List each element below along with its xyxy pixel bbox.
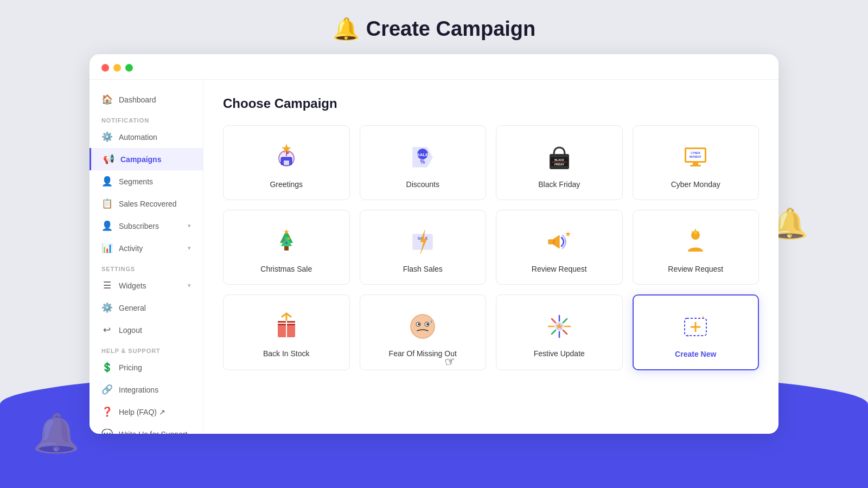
sidebar: 🏠 Dashboard NOTIFICATION ⚙️ Automation 📢… (90, 80, 203, 434)
campaigns-icon: 📢 (103, 153, 114, 165)
campaign-card-flash-sales[interactable]: SALE Flash Sales (360, 210, 487, 285)
dot-red[interactable] (101, 64, 109, 72)
svg-text:SALE: SALE (417, 152, 429, 157)
page-title: Create Campaign (366, 17, 536, 41)
sidebar-item-pricing[interactable]: 💲 Pricing (90, 356, 203, 378)
sidebar-item-dashboard[interactable]: 🏠 Dashboard (90, 88, 203, 111)
sidebar-item-widgets[interactable]: ☰ Widgets ▾ (90, 274, 203, 297)
fear-missing-out-label: Fear Of Missing Out (389, 349, 457, 358)
pricing-icon: 💲 (101, 362, 112, 373)
campaign-card-christmas-sale[interactable]: Christmas Sale (223, 210, 350, 285)
svg-point-42 (418, 323, 420, 325)
section-notification: NOTIFICATION (90, 111, 203, 126)
sidebar-label-activity: Activity (119, 244, 181, 253)
sidebar-label-widgets: Widgets (119, 281, 181, 290)
titlebar (90, 54, 778, 80)
sales-recovered-icon: 📋 (101, 198, 112, 209)
bg-bell-left-icon: 🔔 (33, 411, 80, 455)
svg-text:BLACK: BLACK (554, 158, 564, 162)
campaign-card-product-promotions[interactable]: Review Request (496, 210, 623, 285)
svg-rect-3 (284, 160, 289, 165)
christmas-sale-label: Christmas Sale (260, 265, 312, 273)
main-content: Choose Campaign (203, 80, 778, 434)
svg-rect-19 (690, 165, 701, 166)
sidebar-item-integrations[interactable]: 🔗 Integrations (90, 378, 203, 401)
campaign-card-discounts[interactable]: SALE % Discounts (360, 125, 487, 200)
sidebar-item-logout[interactable]: ↩ Logout (90, 319, 203, 341)
discounts-label: Discounts (406, 180, 439, 189)
svg-point-39 (411, 314, 435, 338)
chevron-down-icon: ▾ (188, 222, 191, 229)
dot-green[interactable] (125, 64, 133, 72)
svg-point-26 (285, 242, 288, 244)
svg-line-51 (563, 319, 567, 323)
sidebar-item-write-support[interactable]: 💬 Write Us for Support (90, 423, 203, 434)
campaign-card-review-request[interactable]: Review Request (633, 210, 760, 285)
fear-missing-out-icon (406, 310, 439, 343)
campaign-card-festive-update[interactable]: Festive Update (496, 294, 623, 370)
svg-line-52 (552, 330, 556, 334)
sidebar-label-campaigns: Campaigns (120, 155, 191, 164)
flash-sales-label: Flash Sales (403, 265, 443, 273)
integrations-icon: 🔗 (101, 384, 112, 395)
sidebar-label-dashboard: Dashboard (119, 95, 191, 104)
campaign-card-back-in-stock[interactable]: Back In Stock (223, 294, 350, 370)
sidebar-label-subscribers: Subscribers (119, 222, 181, 230)
svg-text:CYBER: CYBER (691, 151, 700, 155)
campaign-card-create-new[interactable]: Create New (633, 294, 760, 370)
create-new-label: Create New (675, 350, 716, 358)
header-bell-icon: 🔔 (333, 16, 360, 42)
back-in-stock-label: Back In Stock (263, 349, 310, 358)
svg-point-43 (426, 323, 429, 325)
campaign-card-fear-missing-out[interactable]: Fear Of Missing Out (360, 294, 487, 370)
sidebar-item-automation[interactable]: ⚙️ Automation (90, 126, 203, 148)
back-in-stock-icon (270, 310, 303, 343)
sidebar-label-logout: Logout (119, 326, 191, 335)
product-promotions-icon (543, 226, 576, 258)
sidebar-item-segments[interactable]: 👤 Segments (90, 170, 203, 192)
chevron-down-icon-widgets: ▾ (188, 282, 191, 289)
widgets-icon: ☰ (101, 280, 112, 291)
automation-icon: ⚙️ (101, 131, 112, 143)
page-header: 🔔 Create Campaign (0, 16, 868, 42)
svg-marker-31 (565, 231, 571, 236)
svg-point-57 (687, 335, 689, 337)
campaign-grid: Greetings SALE % Dis (223, 125, 759, 370)
section-settings: SETTINGS (90, 259, 203, 274)
svg-rect-18 (693, 163, 698, 165)
choose-campaign-title: Choose Campaign (223, 96, 759, 111)
festive-update-icon (543, 310, 576, 343)
dot-yellow[interactable] (113, 64, 121, 72)
campaign-card-greetings[interactable]: Greetings (223, 125, 350, 200)
sidebar-label-sales-recovered: Sales Recovered (119, 200, 191, 208)
sidebar-item-general[interactable]: ⚙️ General (90, 297, 203, 319)
sidebar-item-sales-recovered[interactable]: 📋 Sales Recovered (90, 192, 203, 215)
window-body: 🏠 Dashboard NOTIFICATION ⚙️ Automation 📢… (90, 80, 778, 434)
sidebar-item-campaigns[interactable]: 📢 Campaigns (90, 148, 203, 170)
sidebar-label-segments: Segments (119, 177, 191, 186)
sidebar-label-write-support: Write Us for Support (119, 430, 191, 434)
svg-line-49 (552, 319, 556, 323)
sidebar-item-activity[interactable]: 📊 Activity ▾ (90, 237, 203, 259)
greetings-label: Greetings (270, 180, 303, 189)
black-friday-label: Black Friday (538, 180, 580, 189)
campaign-card-cyber-monday[interactable]: CYBER MONDAY Cyber Monday (633, 125, 760, 200)
svg-point-24 (283, 239, 285, 241)
campaign-card-black-friday[interactable]: BLACK FRIDAY Black Friday (496, 125, 623, 200)
chevron-down-icon-activity: ▾ (188, 245, 191, 252)
support-icon: 💬 (101, 428, 112, 434)
sidebar-label-general: General (119, 304, 191, 312)
sidebar-label-help: Help (FAQ) ↗ (119, 408, 191, 416)
create-new-icon (679, 311, 712, 343)
main-window: 🏠 Dashboard NOTIFICATION ⚙️ Automation 📢… (90, 54, 778, 434)
sidebar-item-subscribers[interactable]: 👤 Subscribers ▾ (90, 215, 203, 237)
logout-icon: ↩ (101, 324, 112, 336)
svg-point-58 (702, 316, 704, 318)
sidebar-item-help[interactable]: ❓ Help (FAQ) ↗ (90, 401, 203, 423)
sidebar-label-automation: Automation (119, 133, 191, 142)
section-help: HELP & SUPPORT (90, 341, 203, 356)
segments-icon: 👤 (101, 176, 112, 187)
review-request-icon (679, 226, 712, 258)
help-icon: ❓ (101, 406, 112, 418)
discounts-icon: SALE % (406, 141, 439, 174)
